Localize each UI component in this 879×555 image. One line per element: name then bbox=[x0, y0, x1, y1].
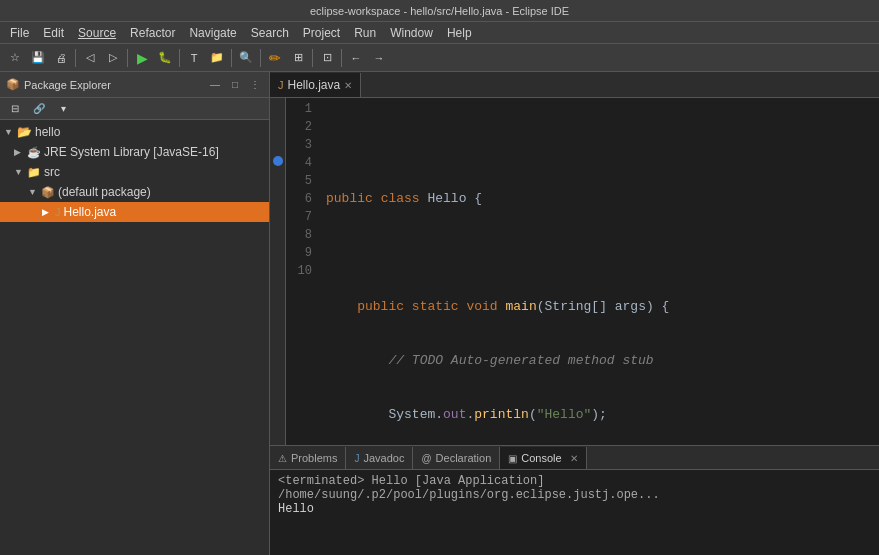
toolbar-open-type-btn[interactable]: T bbox=[183, 47, 205, 69]
chevron-defaultpkg: ▼ bbox=[28, 187, 38, 197]
bottom-tabs: ⚠ Problems J Javadoc @ Declaration ▣ Con… bbox=[270, 446, 879, 470]
menu-help[interactable]: Help bbox=[441, 24, 478, 42]
marker-row-6 bbox=[270, 188, 285, 206]
tree-item-hello[interactable]: ▼ 📂 hello bbox=[0, 122, 269, 142]
chevron-jre: ▶ bbox=[14, 147, 24, 157]
marker-row-8 bbox=[270, 224, 285, 242]
bottom-panel: ⚠ Problems J Javadoc @ Declaration ▣ Con… bbox=[270, 445, 879, 555]
menu-navigate[interactable]: Navigate bbox=[183, 24, 242, 42]
tree-item-src[interactable]: ▼ 📁 src bbox=[0, 162, 269, 182]
toolbar-sep2 bbox=[127, 49, 128, 67]
toolbar-compare-btn[interactable]: ⊞ bbox=[287, 47, 309, 69]
toolbar-sep3 bbox=[179, 49, 180, 67]
pkg-collapse-btn[interactable]: ⊟ bbox=[4, 98, 26, 120]
pkg-menu-btn[interactable]: ▾ bbox=[52, 98, 74, 120]
console-close-btn[interactable]: ✕ bbox=[570, 453, 578, 464]
menu-file[interactable]: File bbox=[4, 24, 35, 42]
pkg-link-btn[interactable]: 🔗 bbox=[28, 98, 50, 120]
menu-project[interactable]: Project bbox=[297, 24, 346, 42]
menu-edit[interactable]: Edit bbox=[37, 24, 70, 42]
right-panel: J Hello.java ✕ bbox=[270, 72, 879, 555]
tab-console-label: Console bbox=[521, 452, 561, 464]
tree-item-defaultpkg[interactable]: ▼ 📦 (default package) bbox=[0, 182, 269, 202]
code-content[interactable]: public class Hello { public static void … bbox=[318, 98, 879, 445]
tab-label: Hello.java bbox=[288, 78, 341, 92]
menu-refactor[interactable]: Refactor bbox=[124, 24, 181, 42]
toolbar-marker-btn[interactable]: ✏ bbox=[264, 47, 286, 69]
marker-row-2 bbox=[270, 116, 285, 134]
javadoc-icon: J bbox=[354, 453, 359, 464]
package-toolbar: ⊟ 🔗 ▾ bbox=[0, 98, 269, 120]
line-num-2: 2 bbox=[286, 118, 312, 136]
panel-menu-btn[interactable]: ⋮ bbox=[247, 77, 263, 93]
tab-declaration-label: Declaration bbox=[436, 452, 492, 464]
project-icon: 📂 bbox=[17, 125, 32, 139]
line-num-8: 8 bbox=[286, 226, 312, 244]
menu-window[interactable]: Window bbox=[384, 24, 439, 42]
menu-search[interactable]: Search bbox=[245, 24, 295, 42]
marker-row-3 bbox=[270, 134, 285, 152]
toolbar-search-btn[interactable]: 🔍 bbox=[235, 47, 257, 69]
line-num-9: 9 bbox=[286, 244, 312, 262]
console-icon: ▣ bbox=[508, 453, 517, 464]
marker-row-10 bbox=[270, 260, 285, 278]
tab-problems[interactable]: ⚠ Problems bbox=[270, 447, 346, 469]
toolbar-forward-btn[interactable]: → bbox=[368, 47, 390, 69]
editor-tabs: J Hello.java ✕ bbox=[270, 72, 879, 98]
code-line-6: System.out.println("Hello"); bbox=[326, 406, 879, 424]
marker-row-9 bbox=[270, 242, 285, 260]
tree-label-hello: hello bbox=[35, 125, 60, 139]
toolbar-back-btn[interactable]: ← bbox=[345, 47, 367, 69]
tab-java-icon: J bbox=[278, 79, 284, 91]
title-bar: eclipse-workspace - hello/src/Hello.java… bbox=[0, 0, 879, 22]
src-icon: 📁 bbox=[27, 166, 41, 179]
package-explorer-icon: 📦 bbox=[6, 78, 20, 91]
line-num-3: 3 bbox=[286, 136, 312, 154]
marker-row-4 bbox=[270, 152, 285, 170]
line-num-6: 6 bbox=[286, 190, 312, 208]
editor-tab-hellojava[interactable]: J Hello.java ✕ bbox=[270, 73, 361, 97]
package-explorer-header: 📦 Package Explorer — □ ⋮ bbox=[0, 72, 269, 98]
panel-minimize-btn[interactable]: — bbox=[207, 77, 223, 93]
code-line-3 bbox=[326, 244, 879, 262]
menu-run[interactable]: Run bbox=[348, 24, 382, 42]
toolbar-sep6 bbox=[312, 49, 313, 67]
code-line-2: public class Hello { bbox=[326, 190, 879, 208]
toolbar-new-btn[interactable]: ☆ bbox=[4, 47, 26, 69]
toolbar-run-btn[interactable]: ▶ bbox=[131, 47, 153, 69]
panel-maximize-btn[interactable]: □ bbox=[227, 77, 243, 93]
tree-content: ▼ 📂 hello ▶ ☕ JRE System Library [JavaSE… bbox=[0, 120, 269, 555]
console-content: <terminated> Hello [Java Application] /h… bbox=[270, 470, 879, 555]
javafile-icon: J bbox=[55, 206, 61, 218]
left-panel: 📦 Package Explorer — □ ⋮ ⊟ 🔗 ▾ ▼ 📂 hello… bbox=[0, 72, 270, 555]
toolbar-print-btn[interactable]: 🖨 bbox=[50, 47, 72, 69]
line-num-5: 5 bbox=[286, 172, 312, 190]
line-num-1: 1 bbox=[286, 100, 312, 118]
code-editor[interactable]: 1 2 3 4 5 6 7 8 9 10 public class Hello … bbox=[270, 98, 879, 445]
toolbar-perspective-btn[interactable]: ⊡ bbox=[316, 47, 338, 69]
tab-declaration[interactable]: @ Declaration bbox=[413, 447, 500, 469]
tree-item-jre[interactable]: ▶ ☕ JRE System Library [JavaSE-16] bbox=[0, 142, 269, 162]
declaration-icon: @ bbox=[421, 453, 431, 464]
package-icon: 📦 bbox=[41, 186, 55, 199]
toolbar-sep4 bbox=[231, 49, 232, 67]
toolbar-open-resource-btn[interactable]: 📁 bbox=[206, 47, 228, 69]
toolbar-sep7 bbox=[341, 49, 342, 67]
chevron-hello: ▼ bbox=[4, 127, 14, 137]
jre-icon: ☕ bbox=[27, 146, 41, 159]
tab-close-btn[interactable]: ✕ bbox=[344, 80, 352, 91]
line-numbers: 1 2 3 4 5 6 7 8 9 10 bbox=[286, 98, 318, 445]
package-explorer-title: Package Explorer bbox=[24, 79, 203, 91]
tab-console[interactable]: ▣ Console ✕ bbox=[500, 447, 586, 469]
tree-item-hellojava[interactable]: ▶ J Hello.java bbox=[0, 202, 269, 222]
toolbar-prev-btn[interactable]: ◁ bbox=[79, 47, 101, 69]
console-output-line: Hello bbox=[278, 502, 871, 516]
tab-javadoc-label: Javadoc bbox=[363, 452, 404, 464]
menu-source[interactable]: Source bbox=[72, 24, 122, 42]
tab-javadoc[interactable]: J Javadoc bbox=[346, 447, 413, 469]
problems-icon: ⚠ bbox=[278, 453, 287, 464]
toolbar-next-btn[interactable]: ▷ bbox=[102, 47, 124, 69]
toolbar-save-btn[interactable]: 💾 bbox=[27, 47, 49, 69]
toolbar-debug-btn[interactable]: 🐛 bbox=[154, 47, 176, 69]
code-line-5: // TODO Auto-generated method stub bbox=[326, 352, 879, 370]
